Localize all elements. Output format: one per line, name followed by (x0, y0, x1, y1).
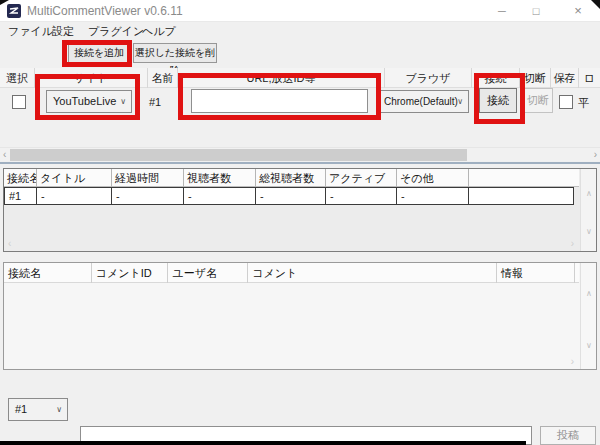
status-cell-elapsed: - (112, 188, 184, 204)
scroll-right-icon[interactable]: › (571, 355, 574, 369)
col-viewers: 視聴者数 (184, 169, 256, 187)
status-grid-header: 接続名 タイトル 経過時間 視聴者数 総視聴者数 アクティブ その他 (4, 169, 579, 187)
menu-bar: ファイル 設定 プラグイン ヘルプ (0, 22, 600, 40)
col-cutoff: ロ (579, 68, 600, 88)
col-url: URL,放送ID等 (178, 68, 385, 88)
post-target-value: #1 (15, 403, 27, 415)
comment-grid-header: 接続名 コメントID ユーザ名 コメント 情報 (4, 263, 579, 283)
chevron-down-icon: ∨ (56, 399, 62, 420)
col-filler (575, 263, 579, 283)
title-bar: MultiCommentViewer v0.6.11 ─ □ × (0, 0, 600, 22)
menu-file[interactable]: ファイル (6, 22, 55, 40)
comment-grid-vscrollbar[interactable]: ∧ ∨ (580, 263, 596, 369)
window-title: MultiCommentViewer v0.6.11 (27, 0, 183, 22)
chevron-down-icon: ∨ (120, 91, 126, 112)
col-browser: ブラウザ (385, 68, 472, 88)
post-button[interactable]: 投稿 (540, 426, 596, 445)
col-other: その他 (397, 169, 469, 187)
disconnect-button[interactable]: 切断 (523, 88, 553, 113)
col-user-name: ユーザ名 (168, 263, 248, 283)
bottom-edge-artifact (0, 441, 526, 445)
menu-settings[interactable]: 設定 (50, 22, 76, 40)
status-cell-viewers: - (184, 188, 256, 204)
status-row[interactable]: #1 - - - - - - (4, 187, 574, 205)
status-cell-name: #1 (4, 188, 37, 204)
col-name: 名前 (148, 68, 178, 88)
col-site: サイト (35, 68, 148, 88)
col-save: 保存 (551, 68, 579, 88)
minimize-icon[interactable]: ─ (487, 0, 517, 22)
status-cell-title: - (37, 188, 112, 204)
col-connect: 接続 (472, 68, 520, 88)
scroll-down-icon[interactable]: ∨ (581, 227, 597, 236)
scroll-left-icon[interactable]: ‹ (8, 237, 11, 251)
site-select[interactable]: YouTubeLive ∨ (46, 90, 132, 113)
col-active: アクティブ (326, 169, 397, 187)
col-connection-name: 接続名 (4, 263, 92, 283)
site-select-value: YouTubeLive (53, 95, 116, 107)
col-select: 選択 (0, 68, 35, 88)
select-checkbox[interactable] (12, 95, 26, 109)
col-filler (469, 169, 579, 187)
scroll-right-icon[interactable]: › (594, 148, 597, 162)
grid-splitter[interactable] (0, 162, 600, 164)
connect-button[interactable]: 接続 (479, 88, 517, 113)
screen-corner-artifact-right (591, 0, 600, 9)
connection-grid-header: 選択 サイト 名前 URL,放送ID等 ブラウザ 接続 切断 保存 ロ (0, 68, 600, 88)
col-connection-name: 接続名 (4, 169, 37, 187)
cutoff-cell-label: 平 (578, 96, 589, 111)
status-cell-other: - (397, 188, 469, 204)
browser-select-value: Chrome(Default) (384, 96, 458, 107)
maximize-icon[interactable]: □ (521, 0, 551, 22)
app-window: MultiCommentViewer v0.6.11 ─ □ × ファイル 設定… (0, 0, 600, 445)
col-elapsed: 経過時間 (112, 169, 184, 187)
status-grid-vscrollbar[interactable]: ∧ ∨ (580, 169, 596, 251)
menu-plugin[interactable]: プラグイン (86, 22, 146, 40)
col-comment-id: コメントID (92, 263, 169, 283)
browser-select[interactable]: Chrome(Default) ∨ (377, 90, 469, 113)
chevron-down-icon: ∨ (457, 91, 463, 112)
save-checkbox[interactable] (559, 95, 573, 109)
url-input[interactable] (191, 89, 368, 113)
add-connection-button[interactable]: 接続を追加 (68, 43, 130, 63)
col-title: タイトル (37, 169, 112, 187)
status-cell-filler (469, 188, 574, 204)
connection-name-label: #1 (149, 96, 161, 108)
scroll-up-icon[interactable]: ∧ (581, 289, 597, 298)
connection-grid-hscrollbar[interactable]: ‹ › (0, 147, 600, 161)
col-total-viewers: 総視聴者数 (256, 169, 326, 187)
col-info: 情報 (497, 263, 575, 283)
status-grid: 接続名 タイトル 経過時間 視聴者数 総視聴者数 アクティブ その他 #1 - … (3, 168, 597, 252)
scroll-right-icon[interactable]: › (571, 237, 574, 251)
close-icon[interactable]: × (563, 0, 593, 22)
scroll-down-icon[interactable]: ∨ (581, 341, 597, 350)
screen-corner-artifact-left (0, 0, 9, 5)
post-target-select[interactable]: #1 ∨ (8, 398, 68, 421)
delete-connection-button[interactable]: 選択した接続を削除 (133, 43, 217, 63)
comment-grid: 接続名 コメントID ユーザ名 コメント 情報 ∧ ∨ › (3, 262, 597, 370)
status-cell-active: - (326, 188, 397, 204)
scroll-up-icon[interactable]: ∧ (581, 189, 597, 198)
hscrollbar-thumb[interactable] (10, 149, 467, 161)
menu-help[interactable]: ヘルプ (140, 22, 178, 40)
col-disconnect: 切断 (520, 68, 551, 88)
status-cell-total: - (256, 188, 326, 204)
scroll-left-icon[interactable]: ‹ (3, 148, 6, 162)
col-comment: コメント (248, 263, 497, 283)
app-icon (7, 4, 21, 18)
